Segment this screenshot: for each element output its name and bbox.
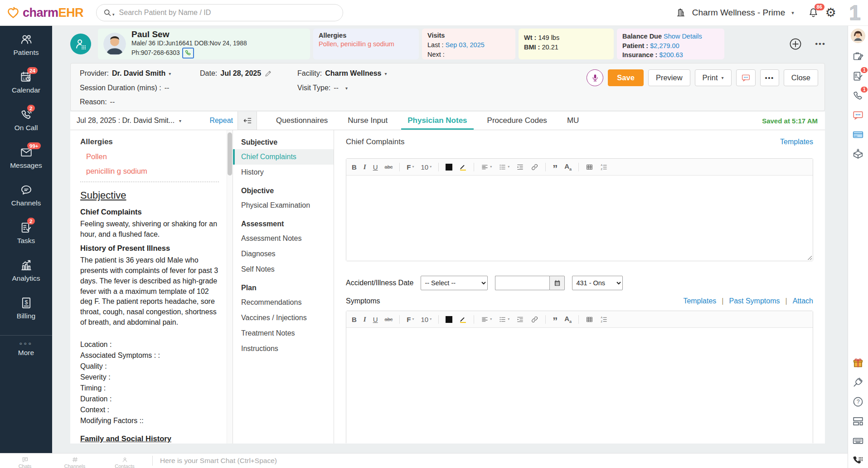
repeat-link[interactable]: Repeat bbox=[209, 117, 233, 125]
nav-item-physical-examination[interactable]: Physical Examination bbox=[233, 198, 334, 213]
preview-button[interactable]: Preview bbox=[648, 69, 690, 86]
tab-physician-notes[interactable]: Physician Notes bbox=[398, 112, 477, 130]
payment-card-icon[interactable] bbox=[852, 129, 864, 141]
rte-quote-button[interactable]: ” bbox=[553, 162, 558, 171]
call-log-icon[interactable]: 1 bbox=[852, 90, 864, 102]
dictate-button[interactable] bbox=[587, 69, 603, 86]
nav-item-diagnoses[interactable]: Diagnoses bbox=[233, 246, 334, 262]
rte-script-button[interactable]: Aa bbox=[564, 163, 572, 171]
dialer-icon[interactable] bbox=[852, 454, 864, 466]
rte-bold-button[interactable]: B bbox=[352, 316, 357, 323]
calendar-button[interactable] bbox=[549, 276, 565, 290]
balance-patient-value[interactable]: $2,279.00 bbox=[650, 42, 679, 49]
nav-item-history[interactable]: History bbox=[233, 165, 334, 180]
rte-italic-button[interactable]: I bbox=[364, 164, 366, 171]
rte-checklist-button[interactable]: AZ bbox=[600, 316, 608, 323]
accident-date-input[interactable] bbox=[495, 276, 549, 290]
notifications-button[interactable]: 86 bbox=[808, 7, 819, 19]
add-button[interactable] bbox=[789, 37, 802, 51]
sidebar-item-analytics[interactable]: Analytics bbox=[10, 259, 42, 283]
task-check-icon[interactable]: 1 bbox=[852, 70, 864, 82]
rte-quote-button[interactable]: ” bbox=[553, 314, 558, 324]
bottom-tab-channels[interactable]: Channels bbox=[50, 456, 100, 468]
zoho-one-icon[interactable]: 1 bbox=[843, 0, 867, 25]
sidebar-item-more[interactable]: ○○○ More bbox=[18, 341, 34, 357]
patient-more-actions-button[interactable]: ••• bbox=[815, 39, 826, 49]
nav-item-chief-complaints[interactable]: Chief Complaints bbox=[233, 149, 334, 165]
accident-type-select[interactable]: -- Select -- bbox=[421, 276, 488, 290]
rte-highlight-button[interactable] bbox=[459, 163, 467, 171]
org-caret-icon[interactable]: ▾ bbox=[791, 10, 794, 16]
sidebar-item-channels[interactable]: Channels bbox=[10, 184, 42, 207]
patient-search-input[interactable] bbox=[119, 9, 336, 17]
feedback-icon[interactable] bbox=[852, 109, 864, 121]
visits-card[interactable]: Visits Last : Sep 03, 2025 Next : bbox=[422, 29, 515, 59]
tab-nurse-input[interactable]: Nurse Input bbox=[338, 112, 398, 130]
tab-mu[interactable]: MU bbox=[557, 112, 589, 130]
summary-scrollbar[interactable] bbox=[227, 130, 233, 444]
show-details-link[interactable]: Show Details bbox=[664, 33, 702, 40]
more-actions-button[interactable]: ••• bbox=[760, 69, 779, 86]
patient-avatar-button[interactable] bbox=[70, 34, 91, 54]
visit-type-value[interactable]: -- bbox=[334, 84, 339, 92]
nav-item-vaccines-injections[interactable]: Vaccines / Injections bbox=[233, 310, 334, 326]
templates-link[interactable]: Templates bbox=[780, 138, 813, 146]
rte-script-button[interactable]: Aa bbox=[564, 315, 572, 324]
keyboard-icon[interactable] bbox=[852, 435, 864, 447]
bottom-tab-contacts[interactable]: Contacts bbox=[100, 456, 150, 468]
sidebar-item-patients[interactable]: Patients bbox=[10, 33, 42, 57]
rte-link-button[interactable] bbox=[531, 316, 538, 323]
rte-align-button[interactable]: ▾ bbox=[481, 316, 492, 323]
help-icon[interactable]: ? bbox=[852, 396, 864, 408]
facility-value[interactable]: Charm Wellness bbox=[325, 69, 381, 78]
rte-list-button[interactable]: ▾ bbox=[499, 163, 509, 171]
reason-value[interactable]: -- bbox=[110, 98, 115, 106]
tab-procedure-codes[interactable]: Procedure Codes bbox=[477, 112, 557, 130]
rte-underline-button[interactable]: U bbox=[373, 316, 378, 323]
note-summary-panel[interactable]: Allergies Pollenpenicillin g sodium Subj… bbox=[70, 130, 233, 444]
clipboard-pencil-icon[interactable] bbox=[852, 51, 864, 63]
sidebar-item-billing[interactable]: $Billing bbox=[10, 297, 42, 320]
patient-summary-card[interactable]: Paul Sew Male/ 36 ID:Jun16641 DOB:Nov 24… bbox=[98, 29, 310, 59]
encounter-select[interactable]: Jul 28, 2025 : Dr. David Smit... ▾ Repea… bbox=[70, 112, 238, 130]
rte-font-button[interactable]: F▾ bbox=[407, 164, 414, 171]
sidebar-item-messages[interactable]: 99+Messages bbox=[10, 146, 42, 170]
rte-italic-button[interactable]: I bbox=[364, 316, 366, 323]
sidebar-item-tasks[interactable]: 2Tasks bbox=[10, 221, 42, 245]
gift-icon[interactable] bbox=[852, 357, 864, 369]
rte-link-button[interactable] bbox=[531, 163, 538, 171]
templates-link[interactable]: Templates bbox=[683, 297, 716, 305]
rte-list-button[interactable]: ▾ bbox=[499, 316, 509, 323]
provider-caret-icon[interactable]: ▾ bbox=[169, 71, 171, 76]
package-plus-icon[interactable] bbox=[852, 148, 864, 160]
call-patient-button[interactable] bbox=[182, 48, 194, 58]
scrollbar-thumb[interactable] bbox=[228, 132, 232, 176]
nav-item-self-notes[interactable]: Self Notes bbox=[233, 262, 334, 277]
visits-last-date[interactable]: Sep 03, 2025 bbox=[446, 41, 485, 49]
balance-card[interactable]: Balance Due Show Details Patient : $2,27… bbox=[617, 29, 724, 59]
layout-icon[interactable] bbox=[852, 415, 864, 427]
rte-size-button[interactable]: 10▾ bbox=[421, 164, 432, 171]
tab-questionnaires[interactable]: Questionnaires bbox=[266, 112, 338, 130]
sidebar-item-calendar[interactable]: 1224Calendar bbox=[10, 71, 42, 94]
patient-search[interactable]: ▾ bbox=[96, 4, 343, 21]
rte-strikethrough-button[interactable]: abc bbox=[385, 165, 393, 170]
session-duration-value[interactable]: -- bbox=[165, 84, 170, 92]
rte-table-button[interactable] bbox=[586, 163, 593, 171]
nav-item-recommendations[interactable]: Recommendations bbox=[233, 295, 334, 310]
organization-name[interactable]: Charm Wellness - Prime bbox=[692, 8, 786, 18]
user-avatar[interactable] bbox=[851, 29, 865, 43]
rte-bold-button[interactable]: B bbox=[352, 164, 357, 171]
visit-type-caret-icon[interactable]: ▾ bbox=[345, 86, 348, 91]
rte-indent-button[interactable] bbox=[516, 316, 524, 323]
rte-highlight-button[interactable] bbox=[459, 316, 467, 323]
rte-table-button[interactable] bbox=[586, 316, 593, 323]
onset-code-select[interactable]: 431 - Ons bbox=[572, 276, 623, 290]
sidebar-item-on-call[interactable]: 2On Call bbox=[10, 108, 42, 132]
rte-underline-button[interactable]: U bbox=[373, 164, 378, 171]
symptoms-textarea[interactable] bbox=[346, 328, 813, 444]
chief-complaints-textarea[interactable] bbox=[346, 176, 813, 261]
rte-strikethrough-button[interactable]: abc bbox=[385, 317, 393, 322]
facility-caret-icon[interactable]: ▾ bbox=[384, 71, 387, 76]
rte-color-button[interactable] bbox=[446, 316, 452, 323]
